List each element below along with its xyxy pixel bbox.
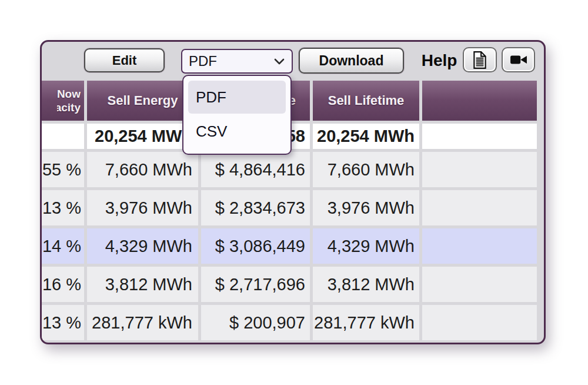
row4-cell-sell_energy[interactable]: 3,812 MWh bbox=[87, 267, 198, 302]
format-option-pdf[interactable]: PDF bbox=[188, 81, 286, 114]
row5-cell-extra[interactable] bbox=[422, 305, 537, 340]
row5-cell-sell_energy[interactable]: 281,777 kWh bbox=[87, 305, 198, 340]
row5-cell-capacity[interactable]: 13 % bbox=[42, 305, 84, 340]
row2-cell-sell_lifetime[interactable]: 3,976 MWh bbox=[313, 190, 419, 225]
download-button[interactable]: Download bbox=[299, 48, 404, 74]
header-line: acity bbox=[57, 101, 81, 114]
row1-cell-capacity[interactable]: 55 % bbox=[42, 152, 84, 187]
help-document-button[interactable] bbox=[463, 47, 497, 72]
help-video-button[interactable] bbox=[502, 47, 535, 72]
row2-cell-extra[interactable] bbox=[422, 190, 537, 225]
header-cell-capacity: Nowacity bbox=[42, 81, 84, 121]
format-dropdown-menu: PDFCSV bbox=[182, 75, 292, 155]
report-panel: Edit PDF Download Help bbox=[40, 40, 546, 344]
help-label[interactable]: Help bbox=[417, 50, 462, 71]
header-cell-sell_energy: Sell Energy bbox=[87, 81, 198, 121]
row2-cell-sell_energy[interactable]: 3,976 MWh bbox=[87, 190, 198, 225]
row2-cell-sell_revenue[interactable]: $ 2,834,673 bbox=[201, 190, 310, 225]
format-option-csv[interactable]: CSV bbox=[188, 116, 286, 147]
row3-cell-sell_energy[interactable]: 4,329 MWh bbox=[87, 228, 198, 264]
row4-cell-sell_lifetime[interactable]: 3,812 MWh bbox=[313, 267, 419, 302]
format-select[interactable]: PDF bbox=[181, 49, 293, 74]
row1-cell-sell_energy[interactable]: 7,660 MWh bbox=[87, 152, 198, 187]
row4-cell-sell_revenue[interactable]: $ 2,717,696 bbox=[201, 267, 310, 302]
chevron-down-icon bbox=[274, 58, 285, 65]
header-cell-extra bbox=[422, 81, 537, 121]
row3-cell-capacity[interactable]: 14 % bbox=[42, 228, 84, 264]
totals-cell-extra bbox=[422, 124, 537, 149]
row2-cell-capacity[interactable]: 13 % bbox=[42, 190, 84, 225]
document-icon bbox=[472, 51, 487, 69]
row1-cell-sell_lifetime[interactable]: 7,660 MWh bbox=[313, 152, 419, 187]
format-select-value: PDF bbox=[182, 53, 274, 69]
row1-cell-extra[interactable] bbox=[422, 152, 537, 187]
row3-cell-extra[interactable] bbox=[422, 228, 537, 264]
video-camera-icon bbox=[510, 54, 527, 66]
header-cell-sell_lifetime: Sell Lifetime bbox=[313, 81, 419, 121]
totals-cell-sell_lifetime: 20,254 MWh bbox=[313, 124, 419, 149]
row5-cell-sell_revenue[interactable]: $ 200,907 bbox=[201, 305, 310, 340]
totals-cell-sell_energy: 20,254 MWh bbox=[87, 124, 198, 149]
edit-button[interactable]: Edit bbox=[84, 48, 165, 72]
row1-cell-sell_revenue[interactable]: $ 4,864,416 bbox=[201, 152, 310, 187]
row5-cell-sell_lifetime[interactable]: 281,777 kWh bbox=[313, 305, 419, 340]
row3-cell-sell_lifetime[interactable]: 4,329 MWh bbox=[313, 228, 419, 264]
header-line: Now bbox=[57, 87, 81, 101]
row3-cell-sell_revenue[interactable]: $ 3,086,449 bbox=[201, 228, 310, 264]
row4-cell-capacity[interactable]: 16 % bbox=[42, 267, 84, 302]
row4-cell-extra[interactable] bbox=[422, 267, 537, 302]
page-background: Edit PDF Download Help bbox=[0, 0, 588, 385]
totals-cell-capacity bbox=[42, 124, 84, 149]
